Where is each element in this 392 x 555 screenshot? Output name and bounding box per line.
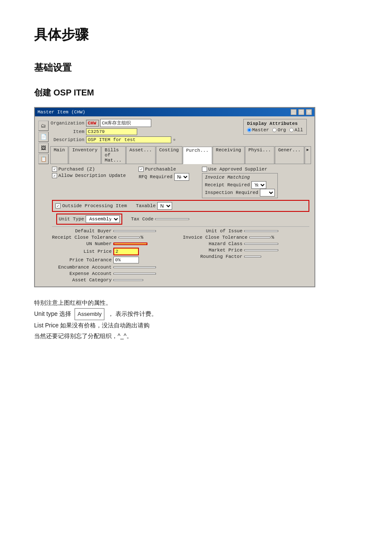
outside-processing-checkbox[interactable]: ✓ — [55, 203, 61, 208]
right-checkboxes: Use Approved Supplier Invoice Matching R… — [202, 167, 278, 198]
tab-main[interactable]: Main — [50, 146, 68, 164]
hazard-class-input[interactable] — [244, 243, 278, 245]
encumbrance-input[interactable] — [113, 266, 156, 268]
inspection-required-select[interactable]: Yes No — [260, 189, 275, 197]
tax-code-label: Tax Code — [131, 217, 153, 222]
default-buyer-label: Default Buyer — [52, 228, 112, 234]
note-line2: Unit type 选择 Assembly ， 表示按件计费。 — [34, 308, 358, 320]
unit-type-box: Unit Type Assembly Fixed Price — [56, 214, 122, 225]
rfq-select[interactable]: No Yes — [174, 173, 189, 181]
taxable-label: Taxable — [136, 203, 156, 208]
purchased-label: Purchased (Z) — [58, 167, 95, 172]
tab-more-button[interactable]: ▶ — [305, 146, 311, 164]
tab-bills[interactable]: Bills of Mat... — [101, 146, 126, 164]
receipt-close-tol-input[interactable] — [118, 237, 140, 238]
purchased-checkbox[interactable]: ✓ — [52, 167, 57, 172]
encumbrance-label: Encumbrance Account — [52, 265, 112, 270]
receipt-close-tol-pct: % — [141, 235, 144, 240]
left-data-rows: Default Buyer Receipt Close Tolerance % … — [52, 228, 179, 284]
price-tol-label: Price Tolerance — [52, 257, 112, 263]
default-buyer-row: Default Buyer — [52, 228, 179, 234]
allow-desc-checkbox-row[interactable]: ✓ Allow Description Update — [52, 173, 126, 178]
default-buyer-input[interactable] — [113, 230, 156, 232]
maximize-button[interactable]: □ — [298, 109, 304, 115]
rounding-factor-input[interactable] — [244, 256, 261, 257]
market-price-input[interactable] — [244, 249, 278, 251]
purch-tab-body: ✓ Purchased (Z) ✓ Allow Description Upda… — [50, 167, 311, 284]
use-approved-checkbox-row[interactable]: Use Approved Supplier — [202, 167, 278, 172]
sub-title: 创建 OSP ITEM — [34, 87, 358, 98]
tab-receiving[interactable]: Receiving — [213, 146, 245, 164]
sidebar-icon-2[interactable]: 📄 — [38, 132, 49, 142]
expense-input[interactable] — [113, 273, 156, 275]
taxable-row: Taxable No Yes — [136, 202, 172, 210]
tax-code-value[interactable] — [155, 218, 189, 220]
market-price-row: Market Price — [183, 248, 309, 253]
window-body: 🗂 📄 🖼 📋 Organization CHW CH库存主组织 — [35, 116, 314, 286]
item-label: Item — [50, 129, 84, 134]
inspection-required-label: Inspection Required — [205, 190, 258, 195]
list-price-input[interactable]: 2 — [113, 248, 139, 255]
tab-asset[interactable]: Asset... — [126, 146, 156, 164]
tab-costing[interactable]: Costing — [156, 146, 182, 164]
top-area: 🗂 📄 🖼 📋 Organization CHW CH库存主组织 — [38, 119, 311, 284]
close-button[interactable]: × — [306, 109, 312, 115]
hazard-class-label: Hazard Class — [183, 241, 242, 246]
use-approved-checkbox[interactable] — [202, 167, 207, 172]
purchasable-checkbox[interactable]: ✓ — [138, 167, 144, 172]
sidebar-icon-1[interactable]: 🗂 — [38, 121, 49, 131]
sidebar-icon-4[interactable]: 📋 — [38, 154, 49, 164]
purchasable-label: Purchasable — [145, 167, 176, 172]
purchasable-checkbox-row[interactable]: ✓ Purchasable — [138, 167, 189, 172]
purchased-checkbox-row[interactable]: ✓ Purchased (Z) — [52, 167, 126, 172]
radio-org-label: Org — [277, 127, 286, 133]
item-value[interactable]: C32579 — [86, 128, 137, 135]
invoice-close-tol-row: Invoice Close Tolerance % — [183, 235, 309, 240]
invoice-close-tol-input[interactable] — [249, 237, 271, 238]
right-data-rows: Unit of Issue Invoice Close Tolerance % … — [183, 228, 309, 284]
outside-processing-label: Outside Processing Item — [62, 203, 127, 208]
section-title: 基础设置 — [34, 61, 358, 74]
tab-inventory[interactable]: Inventory — [69, 146, 101, 164]
main-form-area: Organization CHW CH库存主组织 Item C32579 Des… — [49, 119, 311, 284]
tab-gener[interactable]: Gener... — [275, 146, 304, 164]
tab-physi[interactable]: Physi... — [245, 146, 274, 164]
window-title: Master Item (CHW) — [37, 110, 85, 115]
receipt-required-select[interactable]: Yes No — [251, 181, 266, 189]
minimize-button[interactable]: _ — [291, 109, 297, 115]
rfq-label: RFQ Required — [138, 174, 172, 179]
org-label: Organization — [50, 121, 84, 126]
window-controls: _ □ × — [291, 109, 312, 115]
un-number-input[interactable] — [113, 243, 147, 245]
receipt-close-tol-label: Receipt Close Tolerance — [52, 235, 117, 240]
invoice-close-tol-pct: % — [271, 235, 274, 240]
unit-type-select[interactable]: Assembly Fixed Price — [86, 215, 120, 223]
price-tol-input[interactable]: 0% — [113, 257, 139, 263]
note-line1: 特别注意上图红框中的属性。 — [34, 298, 358, 308]
radio-master[interactable]: Master — [247, 127, 269, 133]
market-price-label: Market Price — [183, 248, 242, 253]
radio-master-label: Master — [252, 127, 269, 133]
expense-label: Expense Account — [52, 271, 112, 276]
radio-all[interactable]: All — [289, 127, 303, 133]
display-attrs-box: Display Attributes Master Org — [243, 119, 307, 135]
radio-org[interactable]: Org — [272, 127, 286, 133]
hazard-class-row: Hazard Class — [183, 241, 309, 246]
invoice-matching-title: Invoice Matching — [205, 175, 275, 180]
display-attrs-title: Display Attributes — [247, 121, 303, 126]
left-sidebar: 🗂 📄 🖼 📋 — [38, 119, 49, 284]
taxable-select[interactable]: No Yes — [157, 202, 172, 210]
note-line4: 当然还要记得别忘了分配组织，^_^。 — [34, 331, 358, 341]
receipt-required-label: Receipt Required — [205, 182, 250, 188]
desc-label: Description — [50, 137, 84, 142]
form-top: Organization CHW CH库存主组织 Item C32579 Des… — [50, 119, 311, 145]
allow-desc-checkbox[interactable]: ✓ — [52, 173, 57, 178]
sidebar-icon-3[interactable]: 🖼 — [38, 143, 49, 153]
desc-value[interactable]: OSP ITEM for test — [86, 136, 171, 143]
asset-cat-input[interactable] — [113, 279, 143, 281]
left-checkboxes: ✓ Purchased (Z) ✓ Allow Description Upda… — [52, 167, 126, 198]
tab-purch[interactable]: Purch... — [183, 147, 212, 164]
window-titlebar: Master Item (CHW) _ □ × — [35, 108, 314, 116]
unit-of-issue-input[interactable] — [244, 230, 278, 232]
unit-type-row: Unit Type Assembly Fixed Price Tax Code — [52, 214, 309, 225]
